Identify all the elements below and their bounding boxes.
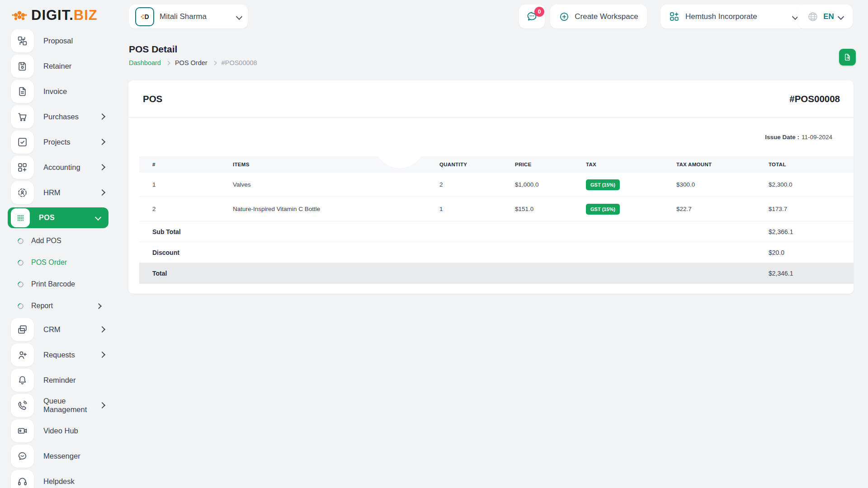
chevron-down-icon [95, 214, 101, 220]
create-workspace-button[interactable]: Create Workspace [550, 5, 647, 28]
sidebar-subitem-add-pos[interactable]: Add POS [0, 230, 111, 252]
issue-date-row: Issue Date : 11-09-2024 [128, 117, 854, 156]
bell-icon [11, 369, 34, 392]
top-header: DIGIT.BIZ D Mitali Sharma 0 Create Works… [0, 0, 868, 33]
cell-quantity: 1 [439, 206, 515, 212]
breadcrumb-pos-order[interactable]: POS Order [175, 59, 208, 66]
cell-item: Nature-Inspired Vitamin C Bottle [233, 206, 439, 212]
hrm-icon [11, 181, 34, 204]
pos-detail-card: POS #POS00008 Issue Date : 11-09-2024 # … [128, 80, 854, 294]
bullet-icon [16, 237, 24, 245]
sidebar-item-proposal[interactable]: Proposal [0, 28, 111, 53]
sidebar-item-label: Helpdesk [43, 477, 75, 486]
sidebar-item-purchases[interactable]: Purchases [0, 104, 111, 129]
total-row: Total $2,346.1 [139, 263, 854, 284]
col-header-sn: # [152, 162, 233, 167]
cell-sn: 1 [152, 181, 233, 188]
logo-text: DIGIT.BIZ [31, 7, 98, 23]
file-export-icon [843, 53, 852, 61]
subtotal-value: $2,366.1 [769, 228, 854, 235]
col-header-quantity: QUANTITY [439, 162, 515, 167]
chevron-right-icon [99, 164, 105, 170]
bullet-icon [16, 280, 24, 288]
card-title: POS [143, 94, 162, 104]
pos-grid-dots-icon [11, 208, 30, 227]
issue-date-label: Issue Date : [765, 134, 799, 141]
breadcrumb-dashboard-link[interactable]: Dashboard [129, 59, 161, 66]
bullet-icon [16, 302, 24, 310]
sidebar-item-label: Projects [43, 138, 71, 146]
phone-call-icon [11, 394, 34, 417]
chevron-right-icon [99, 139, 105, 145]
sidebar-item-pos-active[interactable]: POS [8, 207, 108, 228]
sidebar-subitem-print-barcode[interactable]: Print Barcode [0, 273, 111, 295]
cell-total: $173.7 [769, 206, 854, 212]
chevron-right-icon [165, 61, 170, 66]
col-header-price: PRICE [515, 162, 586, 167]
chevron-right-icon [96, 303, 102, 309]
create-workspace-label: Create Workspace [575, 12, 638, 21]
table-header-row: # ITEMS QUANTITY PRICE TAX TAX AMOUNT TO… [139, 156, 854, 173]
cell-price: $1,000.0 [515, 181, 586, 188]
chevron-down-icon [838, 13, 844, 19]
sidebar-item-queue-management[interactable]: Queue Management [0, 393, 111, 418]
crm-icon [11, 318, 34, 341]
pos-items-table: # ITEMS QUANTITY PRICE TAX TAX AMOUNT TO… [139, 156, 854, 284]
invoice-icon [11, 80, 34, 103]
sidebar-item-video-hub[interactable]: Video Hub [0, 418, 111, 443]
sidebar-item-label: Requests [43, 351, 75, 359]
table-row: 1 Valves 2 $1,000.0 GST (15%) $300.0 $2,… [139, 173, 854, 197]
proposal-icon [11, 29, 34, 52]
workspace-user-name: Mitali Sharma [160, 12, 207, 21]
sidebar-item-helpdesk[interactable]: Helpdesk [0, 469, 111, 488]
chat-button[interactable]: 0 [519, 5, 545, 28]
sidebar-subitem-report[interactable]: Report [0, 295, 111, 317]
page-title: POS Detail [129, 44, 177, 55]
table-row: 2 Nature-Inspired Vitamin C Bottle 1 $15… [139, 197, 854, 221]
company-name: Hemtush Incorporate [685, 12, 757, 21]
sidebar-item-accounting[interactable]: Accounting [0, 155, 111, 180]
sidebar-item-requests[interactable]: Requests [0, 342, 111, 367]
issue-date-value: 11-09-2024 [802, 134, 832, 141]
decorative-circle [375, 118, 425, 168]
purchases-icon [11, 105, 34, 128]
sidebar-item-label: Purchases [43, 113, 79, 121]
accounting-icon [11, 156, 34, 179]
chevron-right-icon [99, 113, 105, 120]
pos-number: #POS00008 [789, 94, 840, 104]
user-workspace-selector[interactable]: D Mitali Sharma [129, 5, 248, 28]
sidebar-item-reminder[interactable]: Reminder [0, 367, 111, 393]
sidebar-item-messenger[interactable]: Messenger [0, 443, 111, 469]
cell-tax-amount: $22.7 [676, 206, 769, 212]
sidebar-subitem-pos-order-active[interactable]: POS Order [0, 252, 111, 273]
sidebar-subitem-label: Add POS [31, 237, 61, 245]
headphones-icon [11, 470, 34, 488]
company-selector[interactable]: Hemtush Incorporate [660, 5, 806, 28]
sidebar-item-projects[interactable]: Projects [0, 129, 111, 155]
bullet-icon [16, 258, 24, 267]
chat-count-badge: 0 [534, 7, 544, 17]
logo-hexagon-icon [11, 7, 28, 23]
breadcrumb: Dashboard POS Order #POS00008 [129, 59, 257, 66]
export-pos-button[interactable] [839, 49, 856, 66]
sidebar-item-hrm[interactable]: HRM [0, 180, 111, 205]
sidebar-item-label: Messenger [43, 452, 80, 460]
col-header-tax: TAX [586, 162, 676, 167]
plus-circle-icon [559, 11, 570, 22]
subtotal-label: Sub Total [152, 228, 233, 235]
chevron-down-icon [236, 13, 242, 19]
chevron-right-icon [99, 352, 105, 358]
cell-quantity: 2 [439, 181, 515, 188]
discount-row: Discount $20.0 [139, 242, 854, 263]
language-selector[interactable]: EN [797, 5, 853, 28]
sidebar-nav: Proposal Retainer Invoice Purchases Proj… [0, 28, 111, 488]
sidebar-item-crm[interactable]: CRM [0, 317, 111, 342]
sidebar-item-label: Invoice [43, 87, 67, 96]
chevron-right-icon [99, 326, 105, 333]
workspace-logo-icon: D [135, 7, 154, 26]
sidebar-item-invoice[interactable]: Invoice [0, 79, 111, 104]
chat-bubble-icon [11, 445, 34, 468]
sidebar-subitem-label: Print Barcode [31, 280, 75, 288]
tax-badge: GST (15%) [586, 204, 620, 215]
sidebar-item-retainer[interactable]: Retainer [0, 53, 111, 79]
